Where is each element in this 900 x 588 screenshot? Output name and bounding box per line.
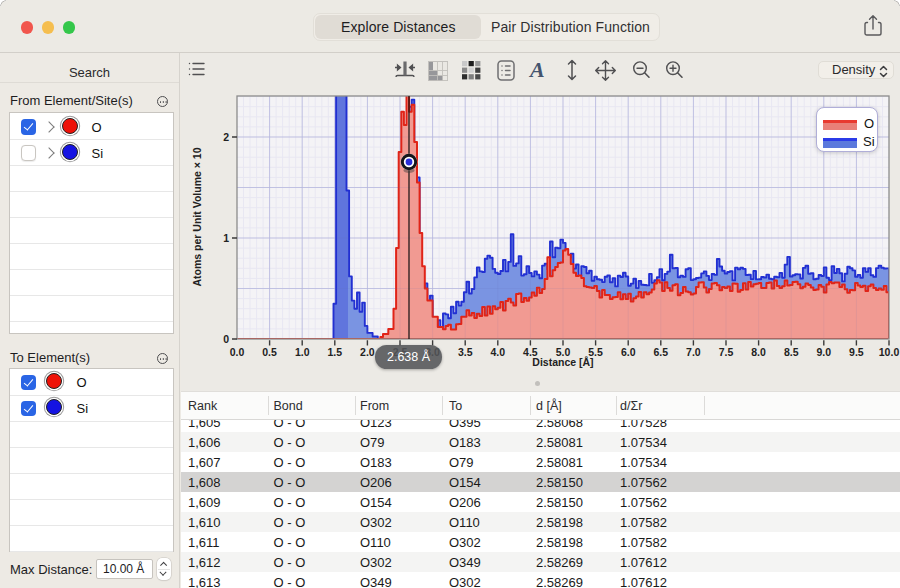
svg-text:1: 1	[223, 232, 229, 244]
svg-text:3.5: 3.5	[458, 346, 473, 358]
svg-text:0: 0	[223, 333, 229, 345]
svg-text:0.5: 0.5	[262, 346, 277, 358]
svg-text:1.0: 1.0	[295, 346, 310, 358]
svg-text:8.5: 8.5	[784, 346, 799, 358]
svg-text:9.5: 9.5	[849, 346, 864, 358]
svg-text:8.0: 8.0	[751, 346, 766, 358]
svg-text:7.0: 7.0	[686, 346, 701, 358]
svg-text:1.5: 1.5	[327, 346, 342, 358]
svg-text:6.0: 6.0	[621, 346, 636, 358]
svg-text:2.0: 2.0	[360, 346, 375, 358]
svg-text:10.0: 10.0	[879, 346, 900, 358]
svg-text:9.0: 9.0	[816, 346, 831, 358]
svg-text:7.5: 7.5	[719, 346, 734, 358]
svg-text:Distance [Å]: Distance [Å]	[532, 356, 593, 368]
svg-text:6.5: 6.5	[653, 346, 668, 358]
svg-text:4.0: 4.0	[490, 346, 505, 358]
svg-text:Atoms per Unit Volume × 10: Atoms per Unit Volume × 10	[191, 147, 203, 286]
svg-text:2: 2	[223, 131, 229, 143]
svg-text:0.0: 0.0	[230, 346, 245, 358]
